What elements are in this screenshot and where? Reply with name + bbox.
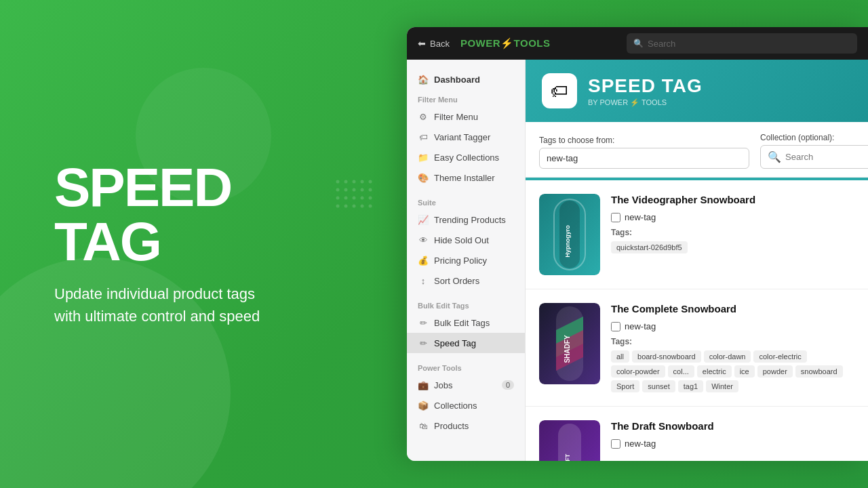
easy-collections-label: Easy Collections (434, 152, 499, 163)
bulk-edit-section-label: Bulk Edit Tags (407, 296, 525, 312)
product-list: Hypnogyro The Videographer Snowboard new… (526, 180, 868, 461)
jobs-label: Jobs (434, 380, 452, 390)
tag-chip: Winter (706, 380, 738, 392)
speed-tag-by: BY POWER ⚡ TOOLS (588, 98, 703, 107)
bulk-edit-label: Bulk Edit Tags (434, 318, 490, 328)
sidebar-section-power-tools: Power Tools 💼 Jobs 0 📦 Collections 🛍 Pro… (407, 359, 525, 436)
bulk-edit-icon: ✏ (418, 317, 429, 328)
svg-point-0 (336, 180, 340, 184)
product-tags-chips-1: quickstart-026d9bf5 (611, 241, 854, 253)
table-row: SHADFY The Complete Snowboard new-tag Ta… (526, 289, 868, 407)
collection-search-input[interactable] (785, 152, 868, 162)
sidebar-item-bulk-edit-tags[interactable]: ✏ Bulk Edit Tags (407, 312, 525, 333)
sidebar-item-products[interactable]: 🛍 Products (407, 415, 525, 436)
product-tag-checkbox-input-2[interactable] (611, 322, 620, 331)
tags-row: Tags to choose from: Collection (optiona… (526, 122, 868, 178)
product-tag-checkbox-2[interactable]: new-tag (611, 321, 854, 331)
product-tags-label-2: Tags: (611, 337, 854, 346)
speed-tag-icon-wrap: 🏷 (542, 73, 577, 108)
tag-chip: tag1 (678, 380, 703, 392)
sidebar: 🏠 Dashboard Filter Menu ⚙ Filter Menu 🏷 … (407, 60, 526, 461)
speed-tag-title-wrap: SPEED TAG BY POWER ⚡ TOOLS (588, 75, 703, 107)
search-input[interactable] (648, 39, 850, 49)
product-tag-checkbox-label-1: new-tag (625, 212, 656, 222)
hide-sold-icon: 👁 (418, 235, 429, 245)
product-thumbnail-2: SHADFY (539, 303, 600, 384)
app-body: 🏠 Dashboard Filter Menu ⚙ Filter Menu 🏷 … (407, 60, 868, 461)
svg-point-11 (344, 197, 348, 200)
product-tag-checkbox-3[interactable]: new-tag (611, 439, 854, 449)
svg-point-6 (344, 188, 348, 192)
dots-decoration (332, 176, 387, 233)
tag-chip: powder (757, 365, 793, 378)
sidebar-item-trending[interactable]: 📈 Trending Products (407, 209, 525, 230)
collection-search-wrap[interactable]: 🔍 (760, 145, 868, 169)
product-info-2: The Complete Snowboard new-tag Tags: all… (611, 303, 854, 392)
svg-point-15 (336, 205, 340, 208)
pricing-icon: 💰 (418, 255, 429, 266)
back-button[interactable]: ⬅ Back (418, 38, 450, 49)
search-icon: 🔍 (633, 39, 644, 48)
jobs-icon: 💼 (418, 380, 429, 390)
search-bar[interactable]: 🔍 (627, 33, 857, 54)
filter-menu-section-label: Filter Menu (407, 90, 525, 106)
back-label: Back (430, 39, 450, 49)
product-tag-checkbox-input-3[interactable] (611, 439, 620, 449)
svg-point-17 (353, 205, 356, 208)
sidebar-item-jobs[interactable]: 💼 Jobs 0 (407, 375, 525, 395)
speed-tag-main-title: SPEED TAG (588, 75, 703, 97)
sidebar-item-pricing[interactable]: 💰 Pricing Policy (407, 250, 525, 270)
sidebar-item-theme-installer[interactable]: 🎨 Theme Installer (407, 167, 525, 188)
sidebar-item-filter-menu[interactable]: ⚙ Filter Menu (407, 106, 525, 127)
svg-point-16 (344, 205, 348, 208)
collection-search-icon: 🔍 (768, 150, 781, 163)
app-window: ⬅ Back POWER⚡TOOLS 🔍 🏠 Dashboard Filter … (407, 27, 868, 461)
tag-chip: ice (734, 365, 755, 378)
svg-text:DRAFT: DRAFT (564, 453, 571, 461)
sidebar-item-dashboard[interactable]: 🏠 Dashboard (407, 68, 525, 90)
back-icon: ⬅ (418, 38, 426, 49)
svg-point-12 (353, 197, 356, 200)
product-name-2: The Complete Snowboard (611, 303, 854, 314)
svg-point-13 (361, 197, 364, 200)
svg-point-8 (361, 188, 364, 192)
filter-menu-icon: ⚙ (418, 111, 429, 122)
collection-field-label: Collection (optional): (760, 133, 868, 142)
svg-point-14 (369, 197, 372, 200)
trending-icon: 📈 (418, 214, 429, 225)
table-row: Hypnogyro The Videographer Snowboard new… (526, 180, 868, 289)
product-name-1: The Videographer Snowboard (611, 194, 854, 205)
sidebar-item-variant-tagger[interactable]: 🏷 Variant Tagger (407, 127, 525, 147)
tags-input[interactable] (539, 148, 749, 169)
left-panel: SPEED TAG Update individual product tags… (41, 0, 380, 488)
product-tag-checkbox-input-1[interactable] (611, 213, 620, 222)
sort-icon: ↕ (418, 275, 429, 286)
svg-point-3 (361, 180, 364, 184)
sidebar-item-hide-sold[interactable]: 👁 Hide Sold Out (407, 230, 525, 250)
sort-orders-label: Sort Orders (434, 276, 479, 286)
svg-point-9 (369, 188, 372, 192)
sidebar-item-collections[interactable]: 📦 Collections (407, 395, 525, 415)
sidebar-item-sort-orders[interactable]: ↕ Sort Orders (407, 270, 525, 291)
tags-field-group: Tags to choose from: (539, 136, 749, 169)
sidebar-item-speed-tag[interactable]: ✏ Speed Tag (407, 333, 525, 353)
product-info-3: The Draft Snowboard new-tag (611, 420, 854, 454)
suite-section-label: Suite (407, 193, 525, 209)
product-tag-checkbox-label-2: new-tag (625, 321, 656, 331)
tag-chip: board-snowboard (632, 350, 701, 363)
tag-chip: all (611, 350, 629, 363)
easy-collections-icon: 📁 (418, 152, 429, 163)
product-tag-checkbox-1[interactable]: new-tag (611, 212, 854, 222)
filter-menu-label: Filter Menu (434, 112, 478, 122)
sidebar-item-easy-collections[interactable]: 📁 Easy Collections (407, 147, 525, 167)
tags-field-label: Tags to choose from: (539, 136, 749, 145)
app-logo: POWER⚡TOOLS (460, 37, 551, 49)
tag-chip: electric (697, 365, 732, 378)
speed-tag-header: 🏷 SPEED TAG BY POWER ⚡ TOOLS (526, 60, 868, 122)
hide-sold-label: Hide Sold Out (434, 235, 489, 245)
products-icon: 🛍 (418, 420, 429, 431)
svg-point-1 (344, 180, 348, 184)
product-tags-chips-2: all board-snowboard color-dawn color-ele… (611, 350, 854, 392)
theme-installer-icon: 🎨 (418, 172, 429, 183)
collections-label: Collections (434, 401, 477, 411)
